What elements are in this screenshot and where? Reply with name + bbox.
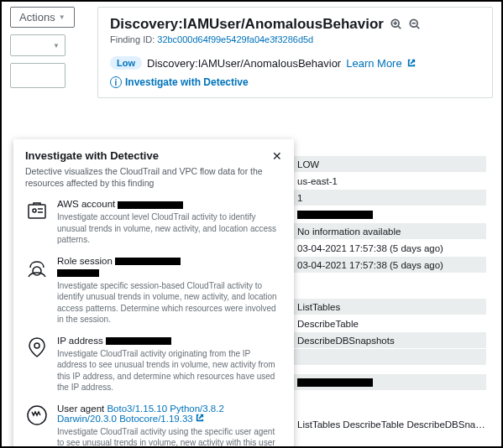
popover-item-desc: Investigate specific session-based Cloud… <box>57 280 282 326</box>
close-icon[interactable]: ✕ <box>272 149 282 163</box>
zoom-in-icon[interactable] <box>390 18 402 30</box>
popover-item-desc: Investigate CloudTrail activity originat… <box>57 348 282 393</box>
severity-badge: Low <box>110 56 142 70</box>
detail-value: LOW <box>294 159 486 169</box>
popover-item[interactable]: AWS account Investigate account level Cl… <box>25 199 282 246</box>
finding-type-label: Discovery:IAMUser/AnomalousBehavior <box>147 57 341 70</box>
svg-point-11 <box>34 343 39 348</box>
svg-point-9 <box>33 209 36 212</box>
page-selector[interactable]: ▼ <box>10 34 65 56</box>
redacted-value <box>297 378 373 387</box>
popover-item-icon <box>25 199 49 222</box>
chevron-down-icon: ▼ <box>53 42 60 49</box>
detail-value: 1 <box>294 193 486 203</box>
finding-id-row: Finding ID: 32bc000d64f99e5429fa04e3f328… <box>110 34 480 44</box>
redacted-value <box>106 337 171 345</box>
finding-id-label: Finding ID: <box>110 34 155 44</box>
popover-item-desc: Investigate CloudTrail activity using th… <box>57 426 282 448</box>
popover-title: Investigate with Detective <box>25 149 159 162</box>
popover-item[interactable]: IP address Investigate CloudTrail activi… <box>25 336 282 393</box>
detail-value: 03-04-2021 17:57:38 (5 days ago) <box>294 260 486 270</box>
popover-item-title: Role session <box>57 256 282 278</box>
detail-value: ListTables DescribeTable DescribeDBSnaps… <box>294 419 486 430</box>
detail-value: No information available <box>294 227 486 237</box>
actions-label: Actions <box>19 11 55 23</box>
redacted-value <box>115 258 181 265</box>
finding-id-link[interactable]: 32bc000d64f99e5429fa04e3f3286d5d <box>157 34 313 44</box>
popover-item-desc: Investigate account level CloudTrail act… <box>57 211 282 246</box>
filter-input[interactable] <box>10 63 65 88</box>
popover-item-icon <box>25 256 49 279</box>
external-link-icon <box>196 414 204 422</box>
detail-value: us-east-1 <box>294 176 486 186</box>
detail-value: DescribeDBSnapshots <box>294 336 486 346</box>
finding-title: Discovery:IAMUser/AnomalousBehavior <box>110 16 384 33</box>
redacted-value <box>297 211 373 219</box>
svg-line-1 <box>398 26 401 29</box>
zoom-out-icon[interactable] <box>409 18 421 30</box>
popover-item-icon <box>25 336 49 359</box>
popover-item-title: User agent Boto3/1.15.10 Python/3.8.2 Da… <box>57 404 282 424</box>
finding-panel: Discovery:IAMUser/AnomalousBehavior Find… <box>97 7 493 98</box>
popover-item[interactable]: User agent Boto3/1.15.10 Python/3.8.2 Da… <box>25 404 282 448</box>
redacted-value <box>118 201 183 209</box>
popover-item-title: AWS account <box>57 199 282 209</box>
external-link-icon <box>407 59 416 67</box>
detail-value: 03-04-2021 17:57:38 (5 days ago) <box>294 243 486 253</box>
svg-rect-8 <box>29 205 45 218</box>
investigate-label: Investigate with Detective <box>125 76 249 88</box>
learn-more-link[interactable]: Learn More <box>346 57 401 70</box>
investigate-link[interactable]: i Investigate with Detective <box>110 76 249 88</box>
info-icon: i <box>110 76 122 88</box>
detail-value: DescribeTable <box>294 319 486 329</box>
popover-item-title: IP address <box>57 336 282 346</box>
detail-value: ListTables <box>294 302 486 312</box>
popover-item[interactable]: Role session Investigate specific sessio… <box>25 256 282 326</box>
popover-subtitle: Detective visualizes the CloudTrail and … <box>25 166 282 189</box>
detail-value <box>294 378 486 388</box>
actions-dropdown[interactable]: Actions ▼ <box>10 7 75 28</box>
popover-item-icon <box>25 404 49 427</box>
investigate-popover: Investigate with Detective ✕ Detective v… <box>13 139 294 448</box>
detail-value <box>294 210 486 220</box>
svg-point-10 <box>33 267 41 275</box>
svg-line-5 <box>417 26 420 29</box>
chevron-down-icon: ▼ <box>59 13 65 21</box>
redacted-value <box>57 269 99 277</box>
